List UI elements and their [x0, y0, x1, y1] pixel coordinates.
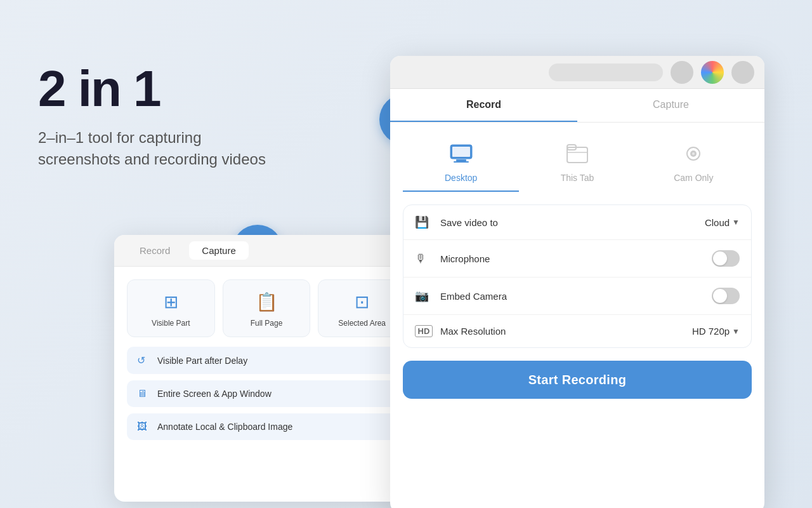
source-tab-this-tab[interactable]: This Tab	[519, 135, 635, 192]
selected-area-label: Selected Area	[338, 319, 386, 328]
capture-visible-part[interactable]: ⊞ Visible Part	[127, 279, 215, 337]
svg-rect-3	[454, 161, 469, 163]
annotate-icon: 🖼	[137, 421, 150, 432]
hero-section: 2 in 1 2–in–1 tool for capturing screens…	[38, 64, 266, 170]
delay-icon: ↺	[137, 354, 150, 366]
desktop-tab-label: Desktop	[445, 173, 477, 183]
cloud-dropdown-arrow: ▼	[732, 218, 740, 227]
tab-record-main[interactable]: Record	[390, 89, 577, 122]
microphone-label: Microphone	[440, 253, 712, 264]
titlebar-search-bar	[549, 64, 663, 81]
hero-title: 2 in 1	[38, 64, 266, 114]
visible-part-label: Visible Part	[152, 319, 190, 328]
browser-tab-icon	[566, 144, 588, 168]
save-video-value: Cloud ▼	[705, 217, 740, 228]
capture-panel-header: Record Capture	[114, 235, 419, 267]
cam-only-label: Cam Only	[674, 173, 713, 183]
start-recording-button[interactable]: Start Recording	[403, 361, 752, 399]
visible-part-delay-label: Visible Part after Delay	[157, 356, 247, 366]
app-logo-icon	[701, 61, 724, 84]
save-video-label: Save video to	[440, 217, 705, 228]
embed-camera-toggle[interactable]	[712, 288, 740, 304]
settings-section: 💾 Save video to Cloud ▼ 🎙 Microphone 📷 E…	[403, 204, 752, 348]
capture-full-page[interactable]: 📋 Full Page	[223, 279, 311, 337]
entire-screen-item[interactable]: 🖥 Entire Screen & App Window	[127, 380, 406, 407]
save-video-row[interactable]: 💾 Save video to Cloud ▼	[403, 205, 751, 240]
screen-icon: 🖥	[137, 388, 150, 399]
max-resolution-label: Max Resolution	[440, 326, 692, 337]
microphone-toggle[interactable]	[712, 250, 740, 267]
visible-part-delay-item[interactable]: ↺ Visible Part after Delay	[127, 347, 406, 374]
full-page-label: Full Page	[251, 319, 283, 328]
capture-icons-row: ⊞ Visible Part 📋 Full Page ⊡ Selected Ar…	[127, 279, 406, 337]
tab-capture-bg[interactable]: Capture	[189, 241, 248, 260]
visible-part-icon: ⊞	[164, 291, 178, 312]
titlebar-circle-icon	[671, 61, 693, 84]
titlebar	[390, 56, 764, 89]
source-tab-cam-only[interactable]: Cam Only	[636, 135, 752, 192]
save-icon: 💾	[415, 215, 433, 229]
this-tab-label: This Tab	[561, 173, 594, 183]
source-tab-desktop[interactable]: Desktop	[403, 135, 519, 192]
desktop-icon	[450, 144, 473, 168]
max-resolution-row[interactable]: HD Max Resolution HD 720p ▼	[403, 315, 751, 347]
annotate-image-item[interactable]: 🖼 Annotate Local & Clipboard Image	[127, 413, 406, 440]
source-tabs: Desktop This Tab Cam Only	[390, 123, 764, 192]
max-resolution-value: HD 720p ▼	[692, 326, 740, 337]
microphone-icon: 🎙	[415, 252, 433, 265]
svg-rect-1	[452, 147, 470, 157]
embed-camera-icon: 📷	[415, 289, 433, 303]
svg-rect-2	[456, 159, 466, 161]
titlebar-avatar	[731, 61, 754, 84]
capture-content: ⊞ Visible Part 📋 Full Page ⊡ Selected Ar…	[114, 267, 419, 459]
microphone-row[interactable]: 🎙 Microphone	[403, 240, 751, 277]
selected-area-icon: ⊡	[355, 291, 369, 312]
tab-record-bg[interactable]: Record	[127, 241, 183, 260]
annotate-label: Annotate Local & Clipboard Image	[157, 422, 292, 432]
entire-screen-label: Entire Screen & App Window	[157, 389, 272, 399]
embed-camera-row[interactable]: 📷 Embed Camera	[403, 277, 751, 315]
capture-panel-window: Record Capture ⊞ Visible Part 📋 Full Pag…	[114, 235, 419, 502]
embed-camera-label: Embed Camera	[440, 291, 712, 302]
full-page-icon: 📋	[256, 291, 278, 312]
record-panel-window: Record Capture Desktop	[390, 56, 764, 508]
resolution-dropdown-arrow: ▼	[732, 327, 740, 336]
camera-icon	[683, 144, 704, 168]
tab-capture-main[interactable]: Capture	[577, 89, 764, 122]
hero-subtitle: 2–in–1 tool for capturing screenshots an…	[38, 127, 266, 170]
hd-icon: HD	[415, 325, 433, 337]
main-tabs: Record Capture	[390, 89, 764, 123]
svg-point-9	[692, 152, 695, 155]
